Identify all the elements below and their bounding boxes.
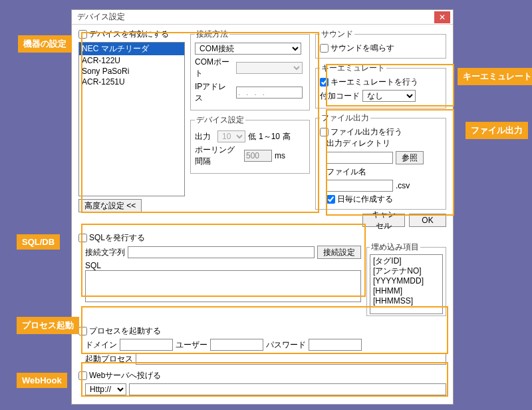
browse-button[interactable]: 参照	[396, 151, 424, 164]
list-item[interactable]: ACR-122U	[79, 55, 184, 66]
keyemu-fieldset: キーエミュレート キーエミュレートを行う 付加コード なし	[315, 63, 446, 108]
list-item[interactable]: [アンテナNO]	[373, 266, 440, 276]
conn-settings-button[interactable]: 接続設定	[317, 246, 361, 259]
window-title: デバイス設定	[77, 11, 434, 23]
close-button[interactable]: ✕	[434, 11, 450, 23]
connection-type-select[interactable]: COM接続	[195, 43, 301, 55]
connection-string-input[interactable]	[128, 246, 315, 258]
process-checkbox[interactable]: プロセスを起動する	[78, 325, 446, 337]
user-input[interactable]	[210, 339, 263, 351]
daily-checkbox[interactable]: 日毎に作成する	[327, 194, 442, 205]
dialog-window: デバイス設定 ✕ デバイスを有効にする NEC マルチリーダ ACR-122U …	[71, 9, 454, 405]
scheme-select[interactable]: Http://	[85, 383, 126, 395]
list-item[interactable]: Sony PaSoRi	[79, 66, 184, 77]
list-item[interactable]: [タグID]	[373, 256, 440, 266]
exec-process-input[interactable]	[136, 353, 446, 365]
embed-listbox[interactable]: [タグID] [アンテナNO] [YYYYMMDD] [HHMM] [HHMMS…	[370, 254, 443, 314]
webhook-url-input[interactable]	[129, 383, 446, 395]
tag-keyemu: キーエミュレート	[458, 68, 532, 85]
addcode-select[interactable]: なし	[362, 90, 416, 102]
fileout-fieldset: ファイル出力 ファイル出力を行う 出力ディレクトリ 参照 ファイル名	[315, 112, 446, 210]
tag-webhook: WebHook	[17, 373, 67, 388]
domain-input[interactable]	[120, 339, 173, 351]
password-input[interactable]	[309, 339, 362, 351]
connection-fieldset: 接続方法 COM接続 COMポート IPアドレス . . . .	[190, 29, 310, 110]
list-item[interactable]: ACR-1251U	[79, 77, 184, 87]
list-item[interactable]: NEC マルチリーダ	[79, 43, 184, 55]
enable-device-checkbox[interactable]: デバイスを有効にする	[78, 29, 185, 40]
sql-checkbox[interactable]: SQLを発行する	[78, 232, 361, 244]
titlebar: デバイス設定 ✕	[72, 10, 453, 25]
list-item[interactable]: [YYYYMMDD]	[373, 276, 440, 286]
list-item[interactable]: [HHMMSS]	[373, 296, 440, 306]
cancel-button[interactable]: キャンセル	[362, 214, 405, 227]
device-settings-fieldset: デバイス設定 出力 10 低 1～10 高 ポーリング間隔 ms	[190, 114, 310, 174]
filename-input[interactable]	[327, 180, 393, 192]
keyemu-checkbox[interactable]: キーエミュレートを行う	[320, 77, 442, 88]
output-select[interactable]: 10	[217, 130, 245, 142]
webhook-checkbox[interactable]: Webサーバへ投げる	[78, 370, 446, 381]
tag-process: プロセス起動	[17, 317, 79, 334]
sound-fieldset: サウンド サウンドを鳴らす	[315, 29, 446, 59]
embed-fieldset: 埋め込み項目 [タグID] [アンテナNO] [YYYYMMDD] [HHMM]…	[366, 242, 446, 316]
output-dir-input[interactable]	[327, 152, 393, 164]
tag-sql: SQL/DB	[17, 234, 60, 250]
sound-checkbox[interactable]: サウンドを鳴らす	[320, 43, 442, 54]
tag-device: 機器の設定	[18, 35, 72, 53]
comport-select[interactable]	[236, 62, 303, 74]
ok-button[interactable]: OK	[409, 214, 446, 227]
advanced-settings-button[interactable]: 高度な設定 <<	[78, 199, 142, 212]
polling-input[interactable]	[244, 150, 272, 162]
device-listbox[interactable]: NEC マルチリーダ ACR-122U Sony PaSoRi ACR-1251…	[78, 42, 185, 196]
list-item[interactable]: [HHMM]	[373, 286, 440, 296]
fileout-checkbox[interactable]: ファイル出力を行う	[320, 126, 442, 138]
ip-address-input[interactable]: . . . .	[236, 87, 303, 99]
tag-fileout: ファイル出力	[466, 122, 528, 139]
sql-textarea[interactable]	[85, 270, 361, 302]
